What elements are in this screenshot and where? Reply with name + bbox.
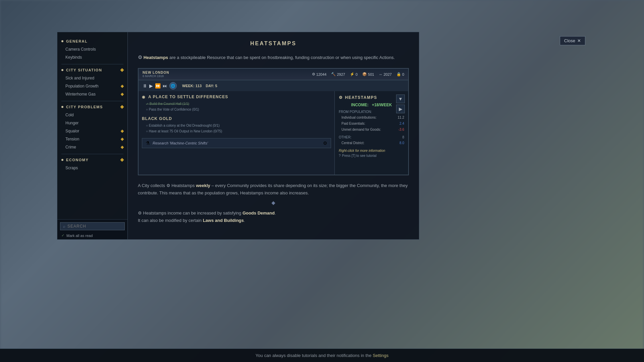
individual-label: Individual contributions: xyxy=(341,115,377,121)
heatstamp-icon-body2: ⚙ xyxy=(138,210,142,216)
body-text-2: ⚙ Heatstamps income can be increased by … xyxy=(138,209,409,224)
quest-1-tasks: ✓ Build the Council Hall (1/1) ○ Pass th… xyxy=(142,101,331,112)
sidebar-item-cold[interactable]: Cold xyxy=(57,111,127,119)
sidebar-section-header-city-problems: CITY PROBLEMS xyxy=(57,103,127,111)
settings-link[interactable]: Settings xyxy=(373,353,388,358)
separator xyxy=(138,202,409,204)
search-wrapper[interactable]: ⌕ xyxy=(60,222,125,230)
nav-arrows: ▼ ▶ xyxy=(396,95,405,113)
sidebar-item-keybinds[interactable]: Keybinds xyxy=(57,53,127,61)
sidebar-section-header-general: GENERAL xyxy=(57,37,127,45)
hs-from-population-section: FROM POPULATION: 10 Individual contribut… xyxy=(339,110,404,133)
heat-icon: ⚡ xyxy=(350,72,355,76)
play-icon[interactable]: ▶ xyxy=(149,83,153,88)
sidebar-item-tension[interactable]: Tension xyxy=(57,135,127,143)
quest-1-label: A PLACE TO SETTLE DIFFERENCES xyxy=(148,95,228,99)
quest-2-label: BLACK GOLD xyxy=(142,116,172,121)
city-name: NEW LONDON xyxy=(143,71,169,74)
sidebar-item-scraps[interactable]: Scraps xyxy=(57,164,127,172)
fast-forward-icon[interactable]: ⏩ xyxy=(155,83,161,88)
tension-label: Tension xyxy=(65,137,79,141)
research-gear-icon: ⚙ xyxy=(323,140,327,146)
sidebar-item-camera-controls[interactable]: Camera Controls xyxy=(57,45,127,53)
hs-other-header: OTHER: 8 xyxy=(339,135,404,139)
section-label-general: GENERAL xyxy=(66,39,88,43)
hs-panel-title: ⚙ HEATSTAMPS xyxy=(339,95,404,100)
close-label: Close xyxy=(564,38,575,43)
quest-2-tasks: ○ Establish a colony at the Old Dreadnou… xyxy=(142,123,331,134)
nav-up-button[interactable]: ▼ xyxy=(396,95,405,103)
quest-1-task-1: ✓ Build the Council Hall (1/1) xyxy=(146,101,331,107)
goods-demand-bold: Goods Demand xyxy=(243,210,275,216)
hud-controls: ⏸ ▶ ⏩ ⏭ 🌐 WEEK: 113 DAY: 5 xyxy=(139,80,408,91)
separator-diamond xyxy=(271,201,275,205)
hud-resources: ⚙ 12044 🔨 2927 ⚡ 0 📦 501 ↔ 2027 xyxy=(312,72,404,76)
quest-2-task-2: ○ Have at least 75 Oil Output in New Lon… xyxy=(146,128,331,134)
resource-lock: 🔒 0 xyxy=(396,72,404,76)
hs-paid-essentials: Paid Essentials: 2.4 xyxy=(339,121,404,127)
quest-settle-differences: ◉ A PLACE TO SETTLE DIFFERENCES ✓ Build … xyxy=(142,95,331,112)
heatstamp-icon-intro: ⚙ xyxy=(138,54,142,60)
heatstamps-hud-value: 501 xyxy=(368,72,374,76)
hs-individual-contributions: Individual contributions: 11.2 xyxy=(339,115,404,121)
research-label: Research 'Machine-Centric Shifts' xyxy=(153,141,208,145)
hs-income-row: INCOME: +18/WEEK xyxy=(339,103,404,107)
other-value: 8 xyxy=(402,135,404,139)
skip-icon[interactable]: ⏭ xyxy=(163,83,167,88)
population-growth-diamond xyxy=(121,84,124,88)
hunger-label: Hunger xyxy=(65,121,78,125)
game-left-panel: ◉ A PLACE TO SETTLE DIFFERENCES ✓ Build … xyxy=(139,91,334,175)
sidebar-item-hunger[interactable]: Hunger xyxy=(57,119,127,127)
nav-right-button[interactable]: ▶ xyxy=(396,105,405,113)
sidebar-item-squalor[interactable]: Squalor xyxy=(57,127,127,135)
sidebar-item-crime[interactable]: Crime xyxy=(57,143,127,151)
hs-unmet-demand: Unmet demand for Goods: -3.6 xyxy=(339,127,404,133)
sidebar-item-winterhome-gas[interactable]: Winterhome Gas xyxy=(57,90,127,98)
hs-panel-label: HEATSTAMPS xyxy=(345,95,377,100)
mark-all-read-button[interactable]: ✓ Mark all as read xyxy=(57,232,127,239)
keybinds-label: Keybinds xyxy=(65,55,82,60)
sidebar-section-city-problems: CITY PROBLEMS Cold Hunger Squalor Tensio… xyxy=(57,103,127,151)
crime-diamond xyxy=(121,145,124,149)
checkmark-icon: ✓ xyxy=(61,233,64,238)
close-button[interactable]: Close ✕ xyxy=(560,36,585,45)
search-input[interactable] xyxy=(67,224,122,229)
lock-icon: 🔒 xyxy=(396,72,401,76)
income-label: INCOME: xyxy=(351,103,369,107)
squalor-label: Squalor xyxy=(65,129,79,133)
scraps-label: Scraps xyxy=(65,166,78,170)
globe-icon: 🌐 xyxy=(169,82,177,89)
resource-heat: ⚡ 0 xyxy=(350,72,358,76)
page-title: HEATSTAMPS xyxy=(138,41,409,47)
winterhome-gas-diamond xyxy=(121,93,124,96)
section-dot-general xyxy=(61,40,63,42)
divider-1 xyxy=(61,64,123,64)
section-dot-city-situation xyxy=(61,69,63,71)
sidebar: GENERAL Camera Controls Keybinds CITY SI… xyxy=(57,32,127,240)
hud-city-info: NEW LONDON 6 MARCH 1918 xyxy=(143,71,169,78)
materials-icon: ↔ xyxy=(379,72,382,76)
week-label: WEEK: 113 xyxy=(182,84,202,88)
heatstamps-info-panel: ⚙ HEATSTAMPS INCOME: +18/WEEK FROM POPUL… xyxy=(334,91,408,175)
sidebar-item-sick-and-injured[interactable]: Sick and Injured xyxy=(57,74,127,82)
section-diamond-economy xyxy=(120,158,124,162)
section-dot-city-problems xyxy=(61,106,63,108)
intro-text: ⚙ Heatstamps are a stockpileable Resourc… xyxy=(138,53,409,61)
tutorial-hint: ? Press [T] to see tutorial xyxy=(339,154,404,158)
paid-essentials-value: 2.4 xyxy=(399,121,404,127)
sick-and-injured-label: Sick and Injured xyxy=(65,76,94,80)
sidebar-section-economy: ECONOMY Scraps xyxy=(57,156,127,172)
resource-materials: ↔ 2027 xyxy=(379,72,391,76)
city-date: 6 MARCH 1918 xyxy=(143,74,169,78)
winterhome-gas-label: Winterhome Gas xyxy=(65,92,96,97)
quest-2-task-1: ○ Establish a colony at the Old Dreadnou… xyxy=(146,123,331,128)
resource-food: 🔨 2927 xyxy=(331,72,345,76)
pause-icon[interactable]: ⏸ xyxy=(143,83,147,88)
game-screenshot: NEW LONDON 6 MARCH 1918 ⚙ 12044 🔨 2927 ⚡… xyxy=(138,68,409,175)
population-growth-label: Population Growth xyxy=(65,84,99,88)
divider-3 xyxy=(61,154,123,154)
sidebar-item-population-growth[interactable]: Population Growth xyxy=(57,82,127,90)
game-content: ◉ A PLACE TO SETTLE DIFFERENCES ✓ Build … xyxy=(139,91,408,175)
quest-1-title: ◉ A PLACE TO SETTLE DIFFERENCES xyxy=(142,95,331,99)
hs-from-population-header: FROM POPULATION: 10 xyxy=(339,110,404,114)
